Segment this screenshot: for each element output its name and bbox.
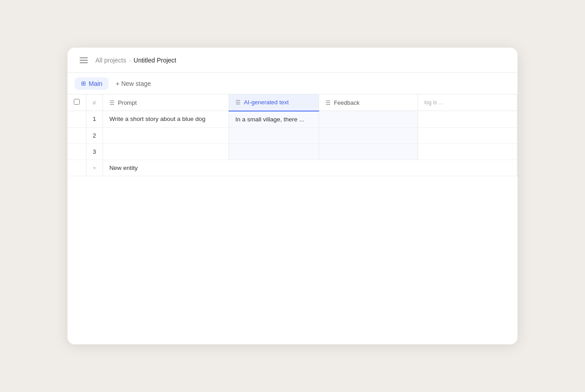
select-all-checkbox[interactable]	[74, 99, 80, 105]
main-tab[interactable]: ⊞ Main	[75, 77, 108, 90]
extra-cell-1	[418, 111, 517, 128]
new-stage-label: + New stage	[116, 80, 151, 87]
svg-rect-2	[80, 62, 88, 63]
table-row: 2	[68, 127, 518, 143]
prompt-cell-1[interactable]: Write a short story about a blue dog	[103, 111, 229, 128]
new-entity-label[interactable]: New entity	[103, 160, 517, 176]
extra-column-header: log is ...	[418, 94, 517, 111]
table-row: 1 Write a short story about a blue dog I…	[68, 111, 518, 128]
row-num-3: 3	[86, 143, 103, 160]
table-row: 3	[68, 143, 518, 160]
ai-text-column-header[interactable]: ☰ AI-generated text	[229, 94, 319, 111]
project-name: Untitled Project	[134, 57, 176, 64]
feedback-cell-3[interactable]	[319, 143, 418, 160]
tabs-bar: ⊞ Main + New stage	[68, 73, 518, 94]
ai-text-label: AI-generated text	[244, 99, 289, 106]
breadcrumb: All projects › Untitled Project	[95, 57, 176, 64]
prompt-label: Prompt	[118, 99, 137, 106]
row-num-2: 2	[86, 127, 103, 143]
extra-cell-3	[418, 143, 517, 160]
svg-rect-0	[80, 57, 88, 58]
add-row-icon: +	[93, 165, 96, 171]
all-projects-link[interactable]: All projects	[95, 57, 126, 64]
ai-cell-2[interactable]	[229, 127, 319, 143]
ai-cell-3[interactable]	[229, 143, 319, 160]
feedback-cell-1[interactable]	[319, 111, 418, 128]
feedback-column-header[interactable]: ☰ Feedback	[319, 94, 418, 111]
breadcrumb-sep: ›	[129, 57, 130, 63]
top-bar: All projects › Untitled Project	[68, 48, 518, 73]
feedback-cell-2[interactable]	[319, 127, 418, 143]
row-num-1: 1	[86, 111, 103, 128]
ai-cell-1[interactable]: In a small village, there ...	[229, 111, 319, 128]
prompt-cell-2[interactable]	[103, 127, 229, 143]
ai-col-icon: ☰	[235, 99, 241, 106]
feedback-label: Feedback	[334, 99, 360, 106]
new-entity-row[interactable]: + New entity	[68, 160, 518, 176]
prompt-cell-3[interactable]	[103, 143, 229, 160]
list-icon: ☰	[109, 99, 115, 106]
main-tab-label: Main	[89, 80, 102, 87]
svg-rect-1	[80, 60, 88, 61]
table-icon: ⊞	[81, 80, 86, 87]
feedback-col-icon: ☰	[325, 99, 331, 106]
main-card: All projects › Untitled Project ⊞ Main +…	[68, 48, 518, 344]
row-num-header: #	[86, 94, 103, 111]
data-table: # ☰ Prompt ☰ AI-generated text	[68, 94, 518, 176]
new-stage-button[interactable]: + New stage	[110, 77, 156, 90]
extra-cell-2	[418, 127, 517, 143]
prompt-column-header: ☰ Prompt	[103, 94, 229, 111]
sidebar-toggle[interactable]	[76, 53, 91, 67]
